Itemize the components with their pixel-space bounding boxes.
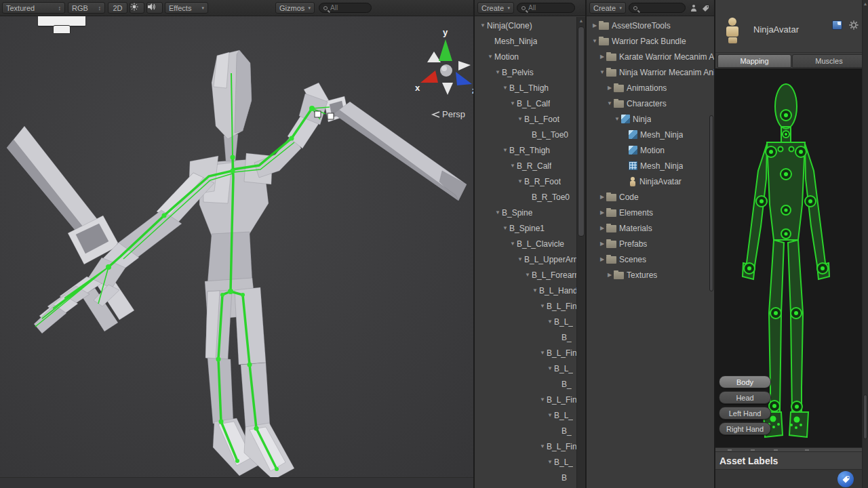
toggle-2d-button[interactable]: 2D xyxy=(108,2,127,14)
tree-item[interactable]: ▼Warrior Pack Bundle xyxy=(587,33,714,49)
head-button[interactable]: Head xyxy=(719,391,771,404)
expand-arrow-icon[interactable]: ▶ xyxy=(598,241,606,247)
tree-item[interactable]: ▼B_Spine1 xyxy=(475,220,576,236)
search-by-type-icon[interactable] xyxy=(690,3,698,16)
tree-item[interactable]: B_R_Toe0 xyxy=(475,189,576,205)
expand-arrow-icon[interactable]: ▶ xyxy=(598,225,606,231)
tree-item[interactable]: ▶AssetStoreTools xyxy=(587,18,714,33)
tree-item[interactable]: B_ xyxy=(475,329,576,345)
shading-mode-dropdown[interactable]: Textured↕ xyxy=(2,2,65,14)
hierarchy-search-input[interactable]: All xyxy=(517,3,575,13)
expand-arrow-icon[interactable]: ▼ xyxy=(509,241,517,247)
help-book-icon[interactable] xyxy=(832,20,842,30)
right-hand-button[interactable]: Right Hand xyxy=(719,422,771,435)
scene-3d-canvas[interactable]: y x z Persp xyxy=(0,0,475,488)
tab-mapping[interactable]: Mapping xyxy=(717,54,791,68)
expand-arrow-icon[interactable]: ▼ xyxy=(546,459,554,465)
expand-arrow-icon[interactable]: ▶ xyxy=(606,85,614,91)
tree-item[interactable]: ▼B_Pelvis xyxy=(475,64,576,80)
expand-arrow-icon[interactable]: ▶ xyxy=(606,272,614,278)
tree-item[interactable]: ▼B_R_Thigh xyxy=(475,142,576,158)
audio-toggle-button[interactable] xyxy=(146,2,163,14)
expand-arrow-icon[interactable]: ▶ xyxy=(598,209,606,216)
expand-arrow-icon[interactable]: ▼ xyxy=(501,147,509,153)
expand-arrow-icon[interactable]: ▶ xyxy=(598,256,606,262)
tree-item[interactable]: ▼Characters xyxy=(587,96,714,111)
expand-arrow-icon[interactable]: ▼ xyxy=(494,69,502,75)
tab-muscles[interactable]: Muscles xyxy=(792,54,866,68)
expand-arrow-icon[interactable]: ▼ xyxy=(613,116,621,122)
expand-arrow-icon[interactable]: ▼ xyxy=(501,85,509,91)
expand-arrow-icon[interactable]: ▼ xyxy=(591,38,599,44)
expand-arrow-icon[interactable]: ▼ xyxy=(479,22,487,28)
asset-labels-header[interactable]: Asset Labels xyxy=(715,452,862,470)
tree-item[interactable]: ▼B_L_Forearm xyxy=(475,267,576,283)
tree-item[interactable]: ▼B_Spine xyxy=(475,205,576,220)
expand-arrow-icon[interactable]: ▼ xyxy=(509,163,517,169)
tree-item[interactable]: ▼B_R_Foot xyxy=(475,174,576,189)
tree-item[interactable]: ▼B_L_Fin xyxy=(475,392,576,407)
tree-item[interactable]: Mesh_Ninja xyxy=(587,158,714,174)
expand-arrow-icon[interactable]: ▼ xyxy=(486,54,494,60)
tree-item[interactable]: B_ xyxy=(475,376,576,392)
tree-item[interactable]: Mesh_Ninja xyxy=(475,33,576,49)
tree-item[interactable]: ▼Ninja(Clone) xyxy=(475,18,576,33)
tree-item[interactable]: ▶Code xyxy=(587,189,714,205)
tree-item[interactable]: ▶Karate Warrior Mecanim Animat xyxy=(587,49,714,64)
expand-arrow-icon[interactable]: ▼ xyxy=(501,225,509,231)
effects-dropdown[interactable]: Effects▾ xyxy=(165,2,208,14)
tree-item[interactable]: ▼B_L_Fin xyxy=(475,345,576,361)
tree-item[interactable]: ▼B_L_Foot xyxy=(475,111,576,127)
tree-item[interactable]: ▶Textures xyxy=(587,267,714,283)
left-hand-button[interactable]: Left Hand xyxy=(719,407,771,420)
scene-view[interactable]: y x z Persp Textured↕ RGB↕ 2D xyxy=(0,0,475,488)
project-create-button[interactable]: Create▾ xyxy=(589,2,626,14)
tree-item[interactable]: B_L_Toe0 xyxy=(475,127,576,142)
expand-arrow-icon[interactable]: ▼ xyxy=(516,116,524,122)
gear-icon[interactable] xyxy=(849,20,859,30)
tree-item[interactable]: ▼B_L_Calf xyxy=(475,96,576,111)
expand-arrow-icon[interactable]: ▼ xyxy=(538,303,547,309)
expand-arrow-icon[interactable]: ▶ xyxy=(598,194,606,200)
preview-resize-bar[interactable] xyxy=(715,447,862,452)
expand-arrow-icon[interactable]: ▼ xyxy=(524,272,532,278)
expand-arrow-icon[interactable]: ▼ xyxy=(598,69,606,75)
tree-item[interactable]: ▼B_R_Calf xyxy=(475,158,576,174)
tree-item[interactable]: ▶Prefabs xyxy=(587,236,714,251)
tree-item[interactable]: ▼B_L_ xyxy=(475,361,576,376)
tree-item[interactable]: ▼B_L_ xyxy=(475,314,576,329)
expand-arrow-icon[interactable]: ▼ xyxy=(531,287,539,293)
gizmos-dropdown[interactable]: Gizmos▾ xyxy=(275,2,315,14)
expand-arrow-icon[interactable]: ▼ xyxy=(538,396,547,403)
tree-item[interactable]: B xyxy=(475,470,576,485)
tree-item[interactable]: ▼Ninja xyxy=(587,111,714,127)
tree-item[interactable]: B_ xyxy=(475,423,576,439)
tree-item[interactable]: ▼B_L_Clavicle xyxy=(475,236,576,251)
tree-item[interactable]: NinjaAvatar xyxy=(587,174,714,189)
tree-item[interactable]: ▼Motion xyxy=(475,49,576,64)
search-by-label-icon[interactable] xyxy=(701,3,711,16)
hierarchy-scrollbar[interactable]: ▲ xyxy=(576,17,585,488)
avatar-mapping-preview[interactable]: BodyHeadLeft HandRight Hand xyxy=(715,68,862,447)
expand-arrow-icon[interactable]: ▼ xyxy=(606,100,614,106)
tree-item[interactable]: ▼B_L_Fin xyxy=(475,439,576,454)
body-button[interactable]: Body xyxy=(719,375,771,388)
expand-arrow-icon[interactable]: ▼ xyxy=(516,256,524,262)
expand-arrow-icon[interactable]: ▼ xyxy=(538,443,547,449)
expand-arrow-icon[interactable]: ▼ xyxy=(546,365,554,371)
tree-item[interactable]: ▼Ninja Warrior Mecanim Animatio xyxy=(587,64,714,80)
expand-arrow-icon[interactable]: ▶ xyxy=(598,54,606,60)
tree-item[interactable]: ▼B_L_ xyxy=(475,407,576,423)
project-search-input[interactable] xyxy=(629,3,686,13)
tree-item[interactable]: ▼B_L_ xyxy=(475,454,576,470)
inspector-scrollbar[interactable]: ▲ xyxy=(862,0,868,488)
tree-item[interactable]: Mesh_Ninja xyxy=(587,127,714,142)
project-scrollbar[interactable] xyxy=(709,17,714,488)
asset-label-tag-button[interactable] xyxy=(837,471,854,487)
axis-gizmo[interactable]: y x z Persp xyxy=(415,27,475,119)
color-channel-dropdown[interactable]: RGB↕ xyxy=(68,2,105,14)
expand-arrow-icon[interactable]: ▼ xyxy=(538,350,547,356)
tree-item[interactable]: Motion xyxy=(587,142,714,158)
hierarchy-create-button[interactable]: Create▾ xyxy=(477,2,514,14)
scene-search-input[interactable]: All xyxy=(319,3,372,13)
